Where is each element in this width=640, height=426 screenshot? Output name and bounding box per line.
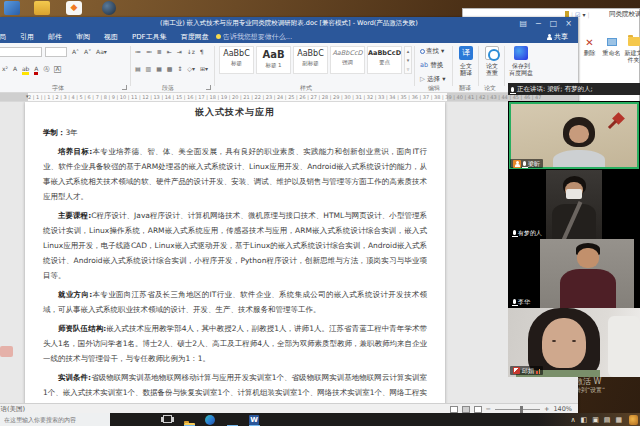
doc-paragraph: 实训条件:省级物联网实训基地物联网移动计算与应用开发实训室1个、省级物联网实训基… [43, 370, 427, 403]
zoom-slider[interactable] [495, 409, 540, 410]
close-button[interactable]: × [565, 17, 572, 30]
rename-button[interactable]: 重命名 [601, 36, 622, 56]
text-effects-icon[interactable]: A [13, 65, 17, 72]
tray-expand-icon[interactable]: ∧ [570, 416, 575, 424]
tab-pdf-tools[interactable]: PDF工具集 [125, 32, 174, 42]
change-case-icon[interactable]: Aa▾ [96, 48, 107, 55]
minimize-button[interactable]: − [535, 17, 542, 30]
print-layout-icon[interactable] [462, 406, 470, 413]
formatting-marks-icon[interactable]: ¶ [200, 48, 204, 55]
font-row1: A˄ A˅ Aa▾ [72, 48, 110, 55]
ruler-numbers: 2 | 1 | | 1 | 2 | 3 | 4 | 5 | 6 | 7 | 8 … [28, 94, 578, 100]
font-size-box[interactable] [45, 47, 67, 57]
tab-review[interactable]: 审阅 [69, 32, 97, 42]
dropdown-icon[interactable]: ▾ [582, 11, 585, 18]
maximize-button[interactable]: □ [550, 17, 558, 30]
taskbar-search-input[interactable] [0, 413, 110, 426]
word-app-icon[interactable]: W [249, 415, 259, 425]
word-titlebar[interactable]: (南工业) 嵌入式技术与应用专业同类院校调研附表.doc [兼容模式] - Wo… [0, 17, 578, 30]
style-subtitle[interactable]: AaBbC 副标题 [293, 46, 328, 74]
tab-baidu-netdisk[interactable]: 百度网盘 [174, 32, 216, 42]
tray-notification-icon[interactable] [629, 415, 638, 425]
media-folder-icon[interactable] [34, 1, 50, 15]
tell-me-box[interactable]: 告诉我您想要做什么... [216, 32, 293, 42]
read-mode-icon[interactable] [450, 406, 458, 413]
app-blue-icon[interactable] [4, 1, 20, 15]
mic-icon [523, 161, 526, 166]
save-to-baidu-button[interactable]: 保存到 百度网盘 [506, 46, 536, 76]
find-button[interactable]: 查找 ▾ [420, 47, 454, 56]
document-page[interactable]: 嵌入式技术与应用 学制：3年 培养目标:本专业培养德、智、体、美全面发展，具有良… [25, 102, 445, 403]
line-spacing-icon[interactable]: ⇕ [177, 65, 182, 72]
style-title[interactable]: AaBbC 标题 [219, 46, 254, 74]
paragraph-row1: ≔ ≕ ≣ ⇤ ⇥ ↓z ¶ [135, 48, 207, 55]
taskbar: W ∧ ◧ ▣ ▤ ▦ [0, 413, 640, 426]
video-tile-qiujuan[interactable]: 邱娟 [508, 308, 640, 377]
font-dialog-launcher[interactable] [122, 85, 127, 90]
increase-indent-icon[interactable]: ⇥ [177, 48, 182, 55]
bullets-icon[interactable]: ≔ [135, 48, 141, 55]
mic-icon [511, 87, 514, 92]
borders-icon[interactable]: ⊞▾ [200, 65, 208, 72]
zoom-slider-thumb[interactable] [520, 406, 523, 413]
replace-button[interactable]: ab 替换 [420, 61, 454, 70]
delete-icon: ✕ [579, 36, 600, 49]
browser-sphere-icon[interactable] [102, 1, 116, 15]
tab-layout[interactable]: 布局 [0, 32, 13, 42]
volume-icon[interactable]: ◧ [581, 416, 588, 424]
justify-icon[interactable]: ▩ [167, 65, 173, 72]
shading-icon[interactable]: ◇▾ [187, 65, 195, 72]
full-text-translate-button[interactable]: 译 全文 翻译 [454, 46, 478, 76]
paper-check-button[interactable]: 论文 查重 [480, 46, 504, 76]
highlight-icon[interactable]: ab [22, 65, 30, 75]
style-keypoint[interactable]: AaBbCcD 要点 [367, 46, 402, 74]
activation-line2: 转到“设置” [575, 386, 605, 393]
ribbon-display-options-button[interactable]: ▤ [519, 17, 527, 30]
tray-folder-icon[interactable]: ▤ [604, 416, 611, 424]
font-name-box[interactable] [0, 47, 42, 57]
shrink-font-icon[interactable]: A˅ [84, 48, 91, 55]
styles-gallery-scroll[interactable]: ▴▾▿ [404, 46, 412, 74]
tab-mailings[interactable]: 邮件 [41, 32, 69, 42]
enclose-character-icon[interactable]: Ⓐ [43, 65, 49, 72]
select-button[interactable]: ▷ 选择 ▾ [420, 75, 454, 84]
baidu-netdisk-icon [514, 46, 528, 60]
sort-icon[interactable]: ↓z [187, 48, 195, 55]
video-tile-lihua[interactable]: 李华 [508, 239, 640, 308]
align-center-icon[interactable]: ▥ [146, 65, 152, 72]
zoom-level[interactable]: 140% [553, 405, 572, 413]
video-tile-youmengderen[interactable]: 有梦的人 [508, 170, 640, 239]
align-left-icon[interactable]: ▤ [135, 65, 141, 72]
monitor-icon[interactable]: ▦ [615, 416, 622, 424]
display-icon[interactable]: ▣ [592, 416, 599, 424]
multilevel-list-icon[interactable]: ≣ [157, 48, 162, 55]
share-button[interactable]: 共享 [547, 30, 568, 43]
task-view-icon[interactable] [163, 415, 172, 423]
grow-font-icon[interactable]: A˄ [72, 48, 79, 55]
style-emphasis[interactable]: AaBbCcD 强调 [330, 46, 365, 74]
video-frame [540, 239, 634, 308]
sogou-flame-icon[interactable]: ◆ [66, 1, 82, 15]
tab-view[interactable]: 视图 [97, 32, 125, 42]
paragraph-dialog-launcher[interactable] [206, 85, 211, 90]
decrease-indent-icon[interactable]: ⇤ [167, 48, 172, 55]
numbering-icon[interactable]: ≕ [146, 48, 152, 55]
web-layout-icon[interactable] [474, 406, 482, 413]
ribbon-tab-strip: 布局 引用 邮件 审阅 视图 PDF工具集 百度网盘 告诉我您想要做什么... [0, 30, 578, 43]
video-tile-liangxin[interactable]: 梁昕 [508, 101, 640, 170]
zoom-out-button[interactable]: − [486, 405, 491, 413]
align-right-icon[interactable]: ▦ [156, 65, 162, 72]
superscript-icon[interactable]: x² [2, 65, 8, 72]
video-tiles: 梁昕 有梦的人 李华 [508, 101, 640, 377]
font-color-icon[interactable]: A [34, 65, 38, 75]
tab-references[interactable]: 引用 [13, 32, 41, 42]
horizontal-ruler[interactable]: ▾ 2 | 1 | | 1 | 2 | 3 | 4 | 5 | 6 | 7 | … [0, 93, 578, 102]
document-area[interactable]: 嵌入式技术与应用 学制：3年 培养目标:本专业培养德、智、体、美全面发展，具有良… [0, 102, 578, 403]
zoom-in-button[interactable]: + [544, 405, 549, 413]
character-border-icon[interactable]: 🄰 [54, 65, 61, 72]
edge-icon[interactable] [205, 415, 215, 425]
new-folder-button[interactable]: 新建文件夹 [623, 36, 640, 63]
style-heading1[interactable]: AaB 标题 1 [256, 46, 291, 74]
delete-button[interactable]: ✕ 删除 [579, 36, 600, 56]
paper-check-icon [485, 46, 499, 60]
